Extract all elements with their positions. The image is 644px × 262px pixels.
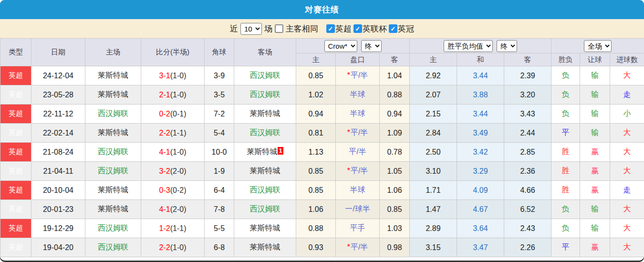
score-cell: 2-2(1-0): [141, 238, 205, 257]
date-cell: 22-11-12: [31, 105, 85, 124]
line-star: *: [347, 71, 350, 79]
away-team-cell: 莱斯特城1: [234, 143, 296, 162]
odds-line-cell: 半球: [336, 181, 380, 200]
odds-line-cell: 一/球半: [336, 200, 380, 219]
corners-cell: 5-4: [205, 124, 234, 143]
same-venue-label: 主客相同: [286, 23, 318, 34]
date-cell: 19-04-20: [31, 238, 85, 257]
odds-away-cell: 0.85: [380, 200, 410, 219]
league-checkbox[interactable]: ✓: [389, 24, 397, 33]
league-label: 英超: [335, 23, 352, 34]
match-row: 英超21-04-11西汉姆联3-2(2-0)1-9莱斯特城0.85*平/半1.0…: [0, 162, 644, 181]
date-cell: 20-01-23: [31, 200, 85, 219]
mean-draw-cell: 3.49: [457, 124, 504, 143]
league-filter-group: ✓英超✓英联杯✓英冠: [324, 23, 414, 34]
home-team-cell: 西汉姆联: [85, 143, 141, 162]
mean-draw-cell: 3.47: [457, 238, 504, 257]
league-cell: 英超: [0, 105, 31, 124]
odds-line-cell: *平/半: [336, 124, 380, 143]
league-cell: 英超: [0, 238, 31, 257]
mean-away-cell: 3.43: [504, 105, 551, 124]
away-team-cell: 西汉姆联: [234, 66, 296, 85]
match-row: 英超20-10-04莱斯特城0-3(0-2)6-4西汉姆联0.85半球1.061…: [0, 181, 644, 200]
halftime-score: (1-1): [170, 224, 187, 232]
mean-away-cell: 2.43: [504, 219, 551, 238]
league-cell: 英超: [0, 66, 31, 85]
head-to-head-panel: 对赛往绩 近 10 场 主客相同 ✓英超✓英联杯✓英冠 类型 日期 主场: [0, 0, 644, 261]
goals-cell: 大: [610, 66, 644, 85]
home-team-cell: 莱斯特城: [85, 124, 141, 143]
halftime-score: (2-0): [170, 205, 187, 213]
col-header-corners: 角球: [205, 39, 234, 66]
odds-state-select[interactable]: 终: [361, 40, 382, 52]
mean-type-select[interactable]: 胜平负均值: [444, 40, 493, 52]
odds-away-cell: 1.05: [380, 162, 410, 181]
corners-cell: 7-8: [205, 200, 234, 219]
col-header-home: 主场: [85, 39, 141, 66]
league-cell: 英超: [0, 181, 31, 200]
home-team-cell: 西汉姆联: [85, 105, 141, 124]
mean-state-select[interactable]: 终: [497, 40, 517, 52]
handicap-cell: 输: [580, 200, 610, 219]
odds-away-cell: 0.88: [380, 85, 410, 105]
recent-count-select[interactable]: 10: [240, 23, 262, 35]
result-cell: 胜: [551, 181, 580, 200]
mean-home-cell: 2.50: [410, 143, 457, 162]
mean-draw-cell: 4.67: [457, 200, 504, 219]
handicap-cell: 输: [580, 219, 610, 238]
fulltime-score: 0-2: [159, 110, 170, 118]
fulltime-score: 4-1: [159, 205, 170, 213]
league-checkbox[interactable]: ✓: [353, 24, 362, 33]
goals-cell: 走: [610, 181, 644, 200]
match-row: 英超23-05-28莱斯特城2-1(1-0)3-5西汉姆联1.02半球0.882…: [0, 85, 644, 105]
odds-line-cell: 平/半: [336, 143, 380, 162]
league-checkbox[interactable]: ✓: [326, 24, 335, 33]
halftime-score: (1-0): [170, 91, 187, 99]
score-cell: 3-1(1-0): [141, 66, 205, 85]
mean-draw-cell: 3.42: [457, 143, 504, 162]
mean-away-cell: 3.20: [504, 85, 551, 105]
sub-header-odds-home: 主: [296, 53, 336, 66]
match-row: 英超22-02-14莱斯特城2-2(1-1)5-4西汉姆联0.81*平/半1.0…: [0, 124, 644, 143]
score-cell: 3-2(2-0): [141, 162, 205, 181]
odds-home-cell: 1.06: [296, 200, 336, 219]
result-cell: 胜: [551, 143, 580, 162]
mean-home-cell: 2.84: [410, 124, 457, 143]
score-cell: 2-2(1-1): [141, 124, 205, 143]
halftime-score: (1-0): [170, 72, 187, 80]
mean-header: 胜平负均值终: [410, 39, 551, 53]
same-venue-checkbox[interactable]: [275, 24, 283, 33]
handicap-cell: 赢: [580, 181, 610, 200]
corners-cell: 6-8: [205, 238, 234, 257]
goals-cell: 大: [610, 238, 644, 257]
mean-away-cell: 4.66: [504, 181, 551, 200]
scope-header: 全场: [551, 39, 644, 53]
away-team-cell: 莱斯特城: [234, 105, 296, 124]
home-team-cell: 莱斯特城: [85, 200, 141, 219]
odds-line-cell: *平/半: [336, 162, 380, 181]
corners-cell: 10-0: [205, 143, 234, 162]
home-team-cell: 西汉姆联: [85, 219, 141, 238]
mean-home-cell: 1.71: [410, 181, 457, 200]
odds-home-cell: 0.94: [296, 105, 336, 124]
halftime-score: (1-0): [170, 243, 187, 252]
goals-cell: 大: [610, 124, 644, 143]
halftime-score: (1-0): [170, 148, 187, 156]
scope-select[interactable]: 全场: [584, 40, 612, 52]
mean-draw-cell: 3.88: [457, 85, 504, 105]
home-team-cell: 西汉姆联: [85, 162, 141, 181]
page: 对赛往绩 近 10 场 主客相同 ✓英超✓英联杯✓英冠 类型 日期 主场: [0, 0, 644, 262]
mean-draw-cell: 3.44: [457, 66, 504, 85]
odds-away-cell: 0.78: [380, 143, 410, 162]
date-cell: 24-12-04: [31, 66, 85, 85]
mean-away-cell: 2.36: [504, 162, 551, 181]
header-row-top: 类型 日期 主场 比分(半场) 角球 客场 Crow*终 胜平负均值终 全场: [0, 39, 644, 53]
mean-draw-cell: 3.44: [457, 105, 504, 124]
odds-home-cell: 0.85: [296, 66, 336, 85]
score-cell: 0-2(0-1): [141, 105, 205, 124]
mean-home-cell: 2.89: [410, 219, 457, 238]
odds-company-select[interactable]: Crow*: [324, 40, 357, 52]
sub-header-mean-draw: 和: [457, 53, 504, 66]
corners-cell: 5-5: [205, 219, 234, 238]
goals-cell: 走: [610, 85, 644, 105]
